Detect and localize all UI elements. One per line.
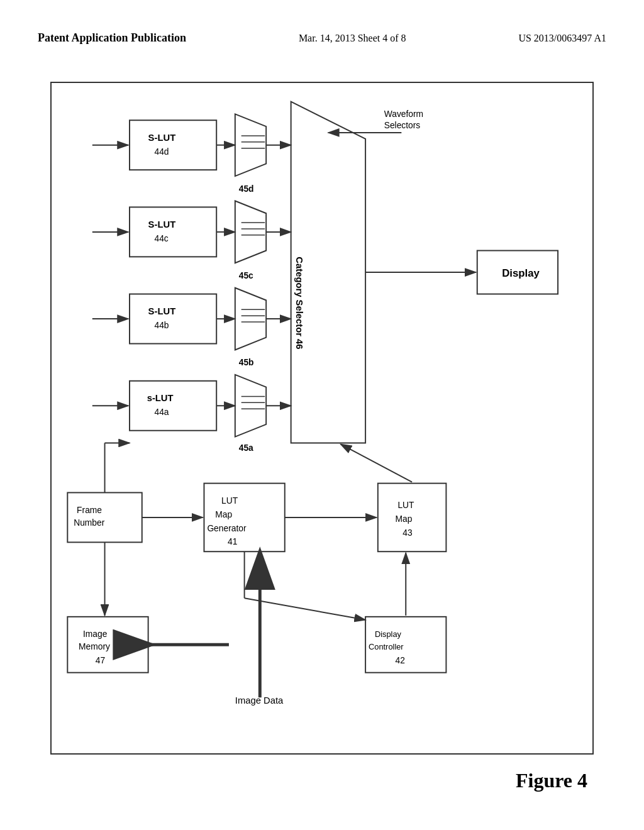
svg-text:LUT: LUT bbox=[397, 500, 414, 510]
svg-rect-4 bbox=[130, 120, 216, 170]
svg-text:41: 41 bbox=[228, 536, 237, 546]
svg-text:Number: Number bbox=[74, 517, 104, 528]
page: Patent Application Publication Mar. 14, … bbox=[0, 0, 644, 830]
svg-marker-30 bbox=[235, 288, 266, 350]
svg-text:Category Selector 46: Category Selector 46 bbox=[294, 257, 304, 349]
patent-number: US 2013/0063497 A1 bbox=[518, 33, 606, 44]
svg-text:Display: Display bbox=[375, 629, 402, 639]
header: Patent Application Publication Mar. 14, … bbox=[38, 31, 606, 45]
svg-text:S-LUT: S-LUT bbox=[148, 306, 176, 316]
svg-text:44b: 44b bbox=[155, 320, 169, 330]
svg-marker-35 bbox=[235, 375, 266, 437]
svg-text:Map: Map bbox=[215, 509, 232, 519]
publication-title: Patent Application Publication bbox=[38, 31, 186, 45]
svg-text:45c: 45c bbox=[239, 270, 253, 280]
svg-rect-10 bbox=[130, 294, 216, 344]
svg-text:44a: 44a bbox=[155, 407, 169, 417]
diagram-container: S-LUT 44d S-LUT 44c S-LUT 44b s-LUT 44a bbox=[50, 82, 594, 755]
svg-text:47: 47 bbox=[96, 655, 105, 665]
svg-text:42: 42 bbox=[395, 655, 404, 665]
svg-text:S-LUT: S-LUT bbox=[148, 219, 176, 230]
svg-line-70 bbox=[341, 444, 413, 482]
svg-text:Generator: Generator bbox=[207, 523, 247, 533]
svg-text:Frame: Frame bbox=[77, 505, 102, 515]
svg-marker-20 bbox=[235, 114, 266, 176]
svg-text:45a: 45a bbox=[239, 443, 253, 453]
svg-text:45b: 45b bbox=[239, 357, 254, 367]
svg-text:Selectors: Selectors bbox=[384, 120, 421, 130]
svg-marker-25 bbox=[235, 201, 266, 263]
svg-rect-13 bbox=[130, 381, 216, 431]
svg-text:44d: 44d bbox=[155, 147, 169, 157]
svg-line-87 bbox=[245, 598, 365, 620]
sheet-info: Mar. 14, 2013 Sheet 4 of 8 bbox=[299, 33, 406, 44]
svg-text:Waveform: Waveform bbox=[384, 109, 423, 119]
svg-text:Map: Map bbox=[395, 514, 412, 524]
diagram-svg: S-LUT 44d S-LUT 44c S-LUT 44b s-LUT 44a bbox=[52, 83, 592, 753]
figure-label: Figure 4 bbox=[516, 769, 587, 792]
svg-text:S-LUT: S-LUT bbox=[148, 133, 176, 143]
svg-text:s-LUT: s-LUT bbox=[147, 393, 174, 403]
svg-text:Memory: Memory bbox=[79, 641, 110, 651]
svg-text:44c: 44c bbox=[155, 233, 169, 243]
svg-text:45d: 45d bbox=[239, 184, 254, 194]
svg-rect-7 bbox=[130, 207, 216, 257]
svg-text:43: 43 bbox=[402, 528, 413, 538]
svg-text:Image: Image bbox=[83, 629, 108, 639]
svg-text:Display: Display bbox=[502, 267, 540, 279]
svg-text:Controller: Controller bbox=[369, 642, 404, 651]
svg-text:LUT: LUT bbox=[221, 495, 238, 506]
